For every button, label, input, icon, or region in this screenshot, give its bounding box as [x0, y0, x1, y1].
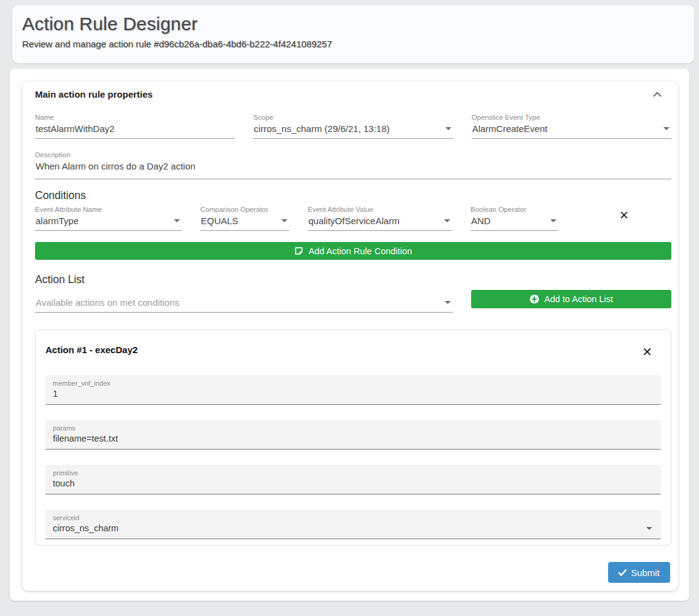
- primitive-label: primitive: [53, 469, 654, 477]
- comparison-operator-field[interactable]: Comparison Operator EQUALS: [200, 206, 289, 231]
- comparison-operator-select[interactable]: EQUALS: [200, 216, 289, 231]
- event-attribute-name-label: Event Attribute Name: [35, 206, 182, 213]
- event-attribute-name-value: alarmType: [36, 216, 79, 226]
- check-icon: [619, 569, 627, 576]
- boolean-operator-field[interactable]: Boolean Operator AND: [471, 206, 558, 231]
- available-actions-select[interactable]: Available actions on met conditions: [35, 297, 453, 313]
- add-circle-icon: [529, 294, 539, 304]
- boolean-operator-value: AND: [471, 216, 491, 226]
- name-input[interactable]: testAlarmWithDay2: [35, 123, 235, 139]
- chevron-down-icon: [550, 219, 556, 222]
- event-type-value: AlarmCreateEvent: [472, 123, 548, 134]
- page-header: Action Rule Designer Review and manage a…: [12, 5, 694, 63]
- boolean-operator-label: Boolean Operator: [471, 206, 558, 213]
- comparison-operator-label: Comparison Operator: [200, 206, 289, 213]
- chevron-down-icon: [445, 127, 451, 130]
- action-item-card: Action #1 - execDay2 ✕ member_vnf_index …: [35, 329, 671, 545]
- note-add-icon: [294, 246, 303, 255]
- submit-row: Submit: [35, 562, 671, 583]
- action-select-row: Available actions on met conditions Add …: [35, 290, 671, 313]
- remove-action-button[interactable]: ✕: [642, 346, 652, 358]
- action-rule-properties-card: Main action rule properties Name testAla…: [22, 81, 678, 591]
- event-attribute-value-field[interactable]: Event Attribute Value qualityOfServiceAl…: [308, 206, 452, 231]
- submit-button[interactable]: Submit: [608, 562, 670, 583]
- remove-condition-button[interactable]: ✕: [619, 209, 629, 227]
- close-icon: ✕: [642, 345, 652, 359]
- scope-value: cirros_ns_charm (29/6/21, 13:18): [254, 123, 389, 134]
- close-icon: ✕: [619, 209, 629, 222]
- chevron-down-icon: [281, 219, 287, 222]
- action-list-heading: Action List: [35, 273, 671, 286]
- chevron-up-icon: [653, 92, 662, 97]
- description-input[interactable]: When Alarm on cirros do a Day2 action: [35, 161, 671, 179]
- condition-row: Event Attribute Name alarmType Compariso…: [35, 206, 671, 231]
- add-condition-label: Add Action Rule Condition: [308, 246, 412, 256]
- available-actions-field[interactable]: Available actions on met conditions: [35, 290, 453, 313]
- event-attribute-value-select[interactable]: qualityOfServiceAlarm: [308, 216, 452, 231]
- add-condition-button[interactable]: Add Action Rule Condition: [35, 242, 671, 260]
- name-label: Name: [35, 114, 235, 121]
- description-field[interactable]: Description When Alarm on cirros do a Da…: [35, 151, 671, 179]
- chevron-down-icon: [444, 219, 450, 222]
- scope-field[interactable]: Scope cirros_ns_charm (29/6/21, 13:18): [253, 114, 453, 139]
- event-attribute-value-value: qualityOfServiceAlarm: [308, 216, 399, 226]
- conditions-heading: Conditions: [35, 189, 671, 202]
- scope-label: Scope: [253, 114, 453, 121]
- event-type-field[interactable]: Openslice Event Type AlarmCreateEvent: [472, 114, 671, 139]
- boolean-operator-select[interactable]: AND: [471, 216, 558, 231]
- event-type-select[interactable]: AlarmCreateEvent: [472, 123, 671, 139]
- params-field[interactable]: params filename=test.txt: [45, 420, 661, 450]
- chevron-down-icon: [174, 219, 180, 222]
- properties-row: Name testAlarmWithDay2 Scope cirros_ns_c…: [35, 114, 671, 139]
- serviceid-value: cirros_ns_charm: [53, 523, 654, 533]
- add-to-action-list-button[interactable]: Add to Action List: [471, 290, 671, 308]
- member-vnf-index-label: member_vnf_index: [53, 380, 654, 387]
- params-value: filename=test.txt: [53, 434, 654, 443]
- collapse-panel-button[interactable]: [650, 87, 665, 102]
- event-attribute-value-label: Event Attribute Value: [308, 206, 452, 213]
- params-label: params: [53, 424, 654, 432]
- serviceid-field[interactable]: serviceid cirros_ns_charm: [45, 510, 661, 539]
- comparison-operator-value: EQUALS: [201, 216, 238, 226]
- event-attribute-name-field[interactable]: Event Attribute Name alarmType: [35, 206, 182, 231]
- main-content-panel: Main action rule properties Name testAla…: [10, 69, 689, 601]
- chevron-down-icon: [646, 527, 652, 530]
- add-to-action-list-label: Add to Action List: [544, 294, 613, 304]
- name-field[interactable]: Name testAlarmWithDay2: [35, 114, 235, 139]
- member-vnf-index-field[interactable]: member_vnf_index 1: [45, 375, 661, 405]
- event-attribute-name-select[interactable]: alarmType: [35, 216, 182, 231]
- chevron-down-icon: [663, 127, 670, 130]
- primitive-field[interactable]: primitive touch: [45, 465, 661, 494]
- chevron-down-icon: [445, 301, 451, 304]
- submit-label: Submit: [631, 567, 660, 578]
- scope-select[interactable]: cirros_ns_charm (29/6/21, 13:18): [253, 123, 453, 139]
- page-subtitle: Review and manage action rule #d96cb26a-…: [22, 39, 684, 49]
- event-type-label: Openslice Event Type: [472, 114, 671, 121]
- action-item-title: Action #1 - execDay2: [45, 345, 661, 355]
- description-label: Description: [35, 151, 671, 158]
- serviceid-label: serviceid: [53, 514, 654, 521]
- properties-card-title: Main action rule properties: [35, 89, 671, 99]
- name-value: testAlarmWithDay2: [36, 123, 114, 134]
- available-actions-placeholder: Available actions on met conditions: [36, 297, 179, 308]
- primitive-value: touch: [53, 478, 654, 488]
- description-value: When Alarm on cirros do a Day2 action: [36, 161, 195, 171]
- page-title: Action Rule Designer: [22, 14, 684, 34]
- member-vnf-index-value: 1: [53, 389, 654, 399]
